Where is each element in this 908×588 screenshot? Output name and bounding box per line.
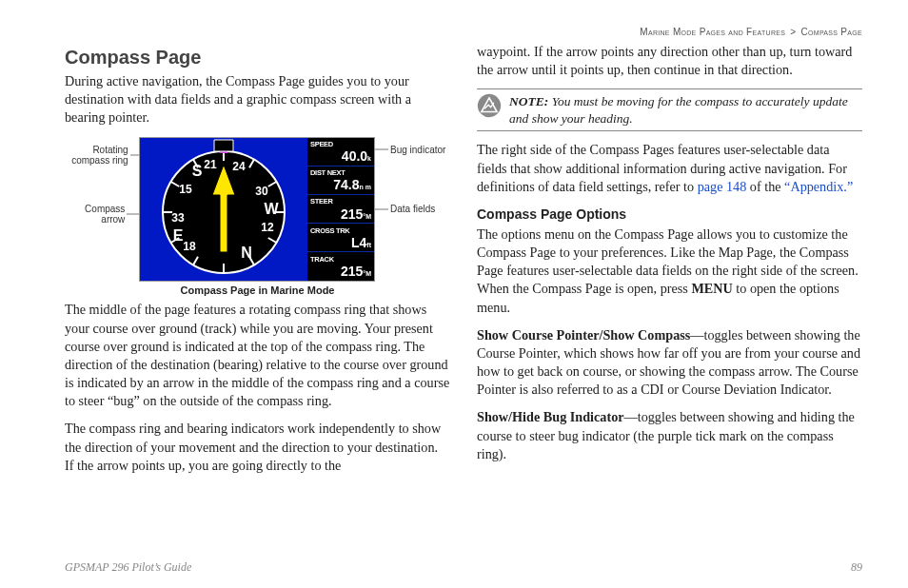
data-field: DIST NEXT74.8n m [307, 166, 374, 194]
footer-pagenum: 89 [851, 560, 862, 575]
page-title: Compass Page [65, 45, 450, 70]
svg-text:E: E [173, 227, 184, 244]
callout-data-fields: Data fields [390, 204, 435, 214]
breadcrumb: Marine Mode Pages and Features > Compass… [65, 27, 862, 37]
callout-compass-arrow: Compass arrow [65, 204, 125, 225]
callout-bug-indicator: Bug indicator [390, 145, 445, 155]
svg-text:S: S [192, 163, 203, 179]
svg-text:15: 15 [179, 183, 192, 196]
note-text: NOTE: You must be moving for the compass… [509, 93, 862, 127]
compass-screenshot: 21 24 15 33 12 30 18 S W E [139, 137, 375, 282]
compass-figure: Rotating compass ring Compass arrow x [65, 137, 450, 298]
data-field: TRACK215°M [307, 251, 374, 280]
note-icon [477, 93, 502, 118]
note-label: NOTE: [509, 94, 548, 108]
option-item: Show Course Pointer/Show Compass—toggles… [477, 326, 862, 400]
figure-caption: Compass Page in Marine Mode [65, 284, 450, 298]
option-lead: Show/Hide Bug Indicator [477, 409, 624, 424]
right-column: waypoint. If the arrow points any direct… [477, 43, 862, 484]
svg-text:18: 18 [183, 240, 196, 253]
breadcrumb-section: Marine Mode Pages and Features [640, 27, 785, 37]
note-body: You must be moving for the compass to ac… [509, 94, 848, 126]
menu-key: MENU [691, 281, 732, 296]
breadcrumb-page: Compass Page [801, 27, 863, 37]
body-paragraph: The right side of the Compass Pages feat… [477, 141, 862, 196]
body-paragraph: The options menu on the Compass Page all… [477, 225, 862, 317]
svg-text:W: W [264, 201, 279, 217]
body-paragraph: The middle of the page features a rotati… [65, 301, 450, 410]
note-block: NOTE: You must be moving for the compass… [477, 88, 862, 131]
options-heading: Compass Page Options [477, 206, 862, 224]
svg-text:24: 24 [232, 160, 246, 173]
data-field: STEER215°M [307, 194, 374, 223]
link-appendix[interactable]: “Appendix.” [784, 179, 853, 194]
option-lead: Show Course Pointer/Show Compass [477, 327, 690, 343]
page-footer: GPSMAP 296 Pilot’s Guide 89 [65, 560, 862, 575]
left-column: Compass Page During active navigation, t… [65, 43, 450, 484]
data-field: SPEED40.0k [307, 138, 374, 166]
body-paragraph: The compass ring and bearing indicators … [65, 420, 450, 475]
link-page-148[interactable]: page 148 [698, 179, 747, 194]
intro-paragraph: During active navigation, the Compass Pa… [65, 72, 450, 127]
svg-text:12: 12 [261, 221, 274, 234]
svg-text:N: N [241, 245, 252, 261]
data-field: CROSS TRKL4ft [307, 223, 374, 251]
body-paragraph: waypoint. If the arrow points any direct… [477, 43, 862, 79]
svg-text:30: 30 [255, 185, 268, 198]
svg-text:21: 21 [204, 158, 217, 171]
svg-text:33: 33 [171, 211, 185, 225]
callout-rotating-ring: Rotating compass ring [65, 145, 128, 166]
data-fields-panel: SPEED40.0k DIST NEXT74.8n m STEER215°M C… [307, 138, 374, 281]
svg-marker-18 [214, 140, 233, 151]
option-item: Show/Hide Bug Indicator—toggles between … [477, 408, 862, 463]
footer-guide: GPSMAP 296 Pilot’s Guide [65, 560, 191, 575]
breadcrumb-sep: > [790, 27, 796, 37]
